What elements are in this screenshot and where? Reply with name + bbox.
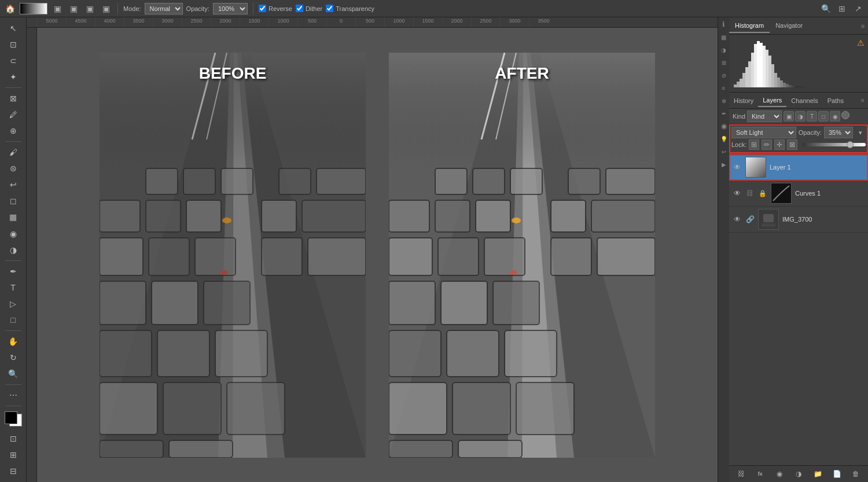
blend-mode-select[interactable]: Soft Light [731, 127, 796, 138]
rotate-view-tool[interactable]: ↻ [5, 350, 22, 365]
layer-item-curves1[interactable]: 👁 ⛓ 🔒 Curves 1 [729, 181, 868, 207]
layer-item-layer1[interactable]: 👁 [729, 154, 868, 181]
color-icon[interactable]: ◑ [719, 45, 729, 54]
histogram-warning-icon[interactable]: ⚠ [857, 38, 865, 47]
lock-move-icon[interactable]: ✛ [774, 139, 785, 150]
dither-checkbox[interactable] [296, 5, 303, 12]
history-brush-tool[interactable]: ↩ [5, 177, 22, 192]
filter-smart-icon[interactable]: ◉ [830, 111, 840, 122]
pen-tool[interactable]: ✒ [5, 264, 22, 279]
kind-dropdown[interactable]: Kind [747, 111, 782, 122]
layer-item-img3700[interactable]: 👁 🔗 IMG_3700 [729, 207, 868, 233]
clone-tool[interactable]: ⊜ [5, 161, 22, 176]
before-image-panel[interactable]: BEFORE [100, 53, 366, 458]
quick-mask-toggle[interactable]: ⊡ [5, 431, 22, 446]
filter-type-icon[interactable]: T [807, 111, 817, 122]
view-grid-icon[interactable]: ▣ [100, 2, 112, 15]
layer-group-button[interactable]: 📁 [812, 468, 823, 480]
undo-icon[interactable]: ↩ [719, 147, 729, 156]
swatches-icon[interactable]: ⊞ [719, 58, 729, 67]
layer1-visibility[interactable]: 👁 [733, 163, 742, 172]
full-screen-icon[interactable]: ⊟ [5, 463, 22, 479]
info-icon[interactable]: ℹ [719, 20, 729, 29]
layers-panel-icon[interactable]: ≡ [719, 83, 729, 93]
view-split-icon[interactable]: ▣ [67, 2, 80, 15]
paths-icon[interactable]: ✒ [719, 109, 729, 118]
opacity-value-select[interactable]: 35% [824, 127, 853, 138]
filter-dot-icon[interactable] [841, 111, 849, 119]
filter-adjust-icon[interactable]: ◑ [795, 111, 806, 122]
eyedropper-tool[interactable]: 🖉 [5, 107, 22, 122]
move-tool[interactable]: ↖ [5, 21, 22, 36]
sphere-icon[interactable]: ◉ [719, 122, 729, 131]
layers-panel-menu[interactable]: ≡ [858, 95, 868, 106]
layer-delete-button[interactable]: 🗑 [850, 468, 862, 480]
gradient-tool[interactable]: ▦ [5, 209, 22, 225]
foreground-color-swatch[interactable] [5, 411, 17, 424]
layer-link-button[interactable]: ⛓ [735, 468, 747, 480]
lock-transparency-icon[interactable]: ⊞ [749, 139, 759, 150]
layer-mask-button[interactable]: ◉ [774, 468, 785, 480]
side-icon-bar: ℹ ▦ ◑ ⊞ ⊘ ≡ ⊕ ✒ ◉ 💡 ↩ ▶ [718, 17, 729, 482]
adjustments-icon[interactable]: ⊘ [719, 71, 729, 80]
path-select-tool[interactable]: ▷ [5, 296, 22, 311]
dodge-tool[interactable]: ◑ [5, 242, 22, 257]
dither-label: Dither [306, 5, 322, 12]
mode-select[interactable]: Normal [145, 3, 183, 14]
blur-tool[interactable]: ◉ [5, 226, 22, 241]
panel-menu-icon[interactable]: ≡ [858, 21, 868, 31]
layer-fx-button[interactable]: fx [755, 468, 766, 480]
tab-navigator[interactable]: Navigator [770, 19, 808, 33]
tab-histogram[interactable]: Histogram [729, 19, 770, 33]
magic-wand-tool[interactable]: ✦ [5, 69, 22, 84]
extra-tool[interactable]: ⋯ [5, 388, 22, 403]
svg-rect-81 [766, 50, 768, 87]
tab-paths[interactable]: Paths [823, 95, 848, 106]
crop-tool[interactable]: ⊠ [5, 91, 22, 106]
bulb-icon[interactable]: 💡 [719, 134, 729, 144]
screen-mode-button[interactable]: ⊞ [836, 2, 848, 15]
tab-history[interactable]: History [729, 95, 758, 106]
tab-channels[interactable]: Channels [786, 95, 822, 106]
text-tool[interactable]: T [5, 280, 22, 295]
brush-tool[interactable]: 🖌 [5, 145, 22, 160]
zoom-tool[interactable]: 🔍 [5, 366, 22, 381]
share-button[interactable]: ↗ [852, 2, 865, 15]
search-button[interactable]: 🔍 [819, 2, 832, 15]
gradient-swatch[interactable] [20, 3, 47, 14]
svg-point-69 [509, 270, 517, 275]
selection-tool[interactable]: ⊡ [5, 37, 22, 52]
layer-new-button[interactable]: 📄 [831, 468, 843, 480]
view-single-icon[interactable]: ▣ [51, 2, 64, 15]
app-icon[interactable]: 🏠 [3, 2, 16, 15]
shape-tool[interactable]: □ [5, 312, 22, 328]
fill-slider-thumb[interactable] [847, 141, 854, 148]
img3700-name: IMG_3700 [782, 216, 812, 223]
hand-tool[interactable]: ✋ [5, 334, 22, 349]
transparency-checkbox[interactable] [326, 5, 333, 12]
lock-all-icon[interactable]: ⊠ [787, 139, 797, 150]
tab-layers[interactable]: Layers [758, 94, 786, 107]
opacity-select[interactable]: 100% [213, 3, 248, 14]
after-image-panel[interactable]: AFTER [389, 53, 655, 458]
svg-rect-62 [591, 200, 655, 232]
healing-tool[interactable]: ⊕ [5, 123, 22, 138]
screen-layout-icon[interactable]: ⊞ [5, 447, 22, 462]
lasso-tool[interactable]: ⊂ [5, 53, 22, 68]
view-compare-icon[interactable]: ▣ [83, 2, 96, 15]
lock-paint-icon[interactable]: ✏ [762, 139, 772, 150]
filter-shape-icon[interactable]: □ [818, 111, 829, 122]
filter-pixel-icon[interactable]: ▣ [784, 111, 794, 122]
img3700-visibility[interactable]: 👁 [733, 215, 742, 224]
channels-icon[interactable]: ⊕ [719, 96, 729, 105]
img3700-link-icon: 🔗 [745, 215, 755, 224]
fill-slider[interactable] [802, 143, 866, 146]
play-icon[interactable]: ▶ [719, 160, 729, 169]
opacity-chevron[interactable]: ▾ [855, 127, 866, 138]
layer-adjustment-button[interactable]: ◑ [793, 468, 804, 480]
color-swatches[interactable] [5, 411, 22, 426]
eraser-tool[interactable]: ◻ [5, 193, 22, 208]
reverse-checkbox[interactable] [259, 5, 266, 12]
curves1-visibility[interactable]: 👁 [733, 189, 742, 198]
histogram-icon[interactable]: ▦ [719, 32, 729, 42]
